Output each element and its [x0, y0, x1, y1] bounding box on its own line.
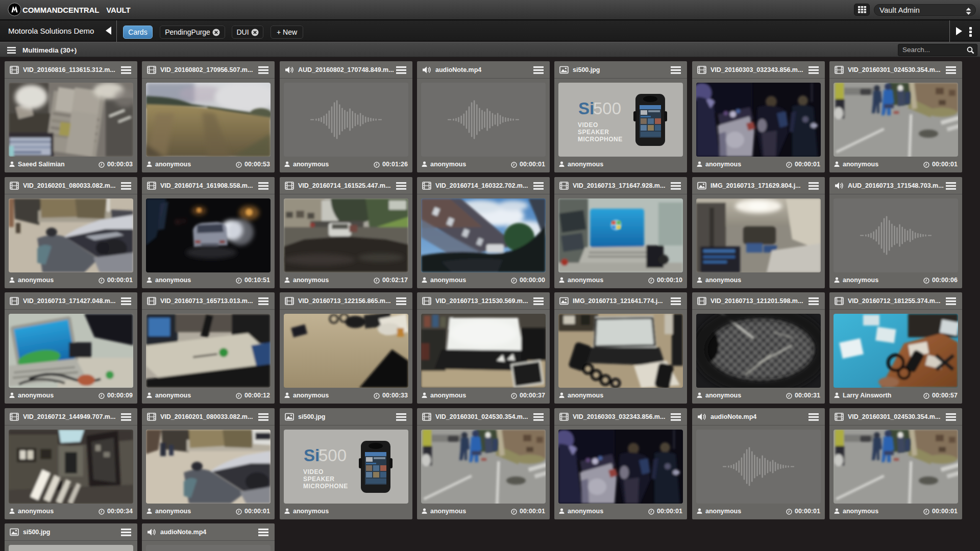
svg-text:MICROPHONE: MICROPHONE [578, 136, 623, 143]
svg-text:MICROPHONE: MICROPHONE [303, 483, 348, 490]
svg-text:Si: Si [578, 99, 594, 118]
svg-text:Si: Si [304, 446, 320, 465]
svg-text:SPEAKER: SPEAKER [578, 129, 609, 136]
svg-text:VIDEO: VIDEO [303, 468, 324, 475]
svg-text:500: 500 [318, 446, 347, 465]
svg-text:VIDEO: VIDEO [578, 121, 598, 129]
svg-text:500: 500 [593, 99, 621, 118]
svg-text:SPEAKER: SPEAKER [303, 475, 335, 483]
